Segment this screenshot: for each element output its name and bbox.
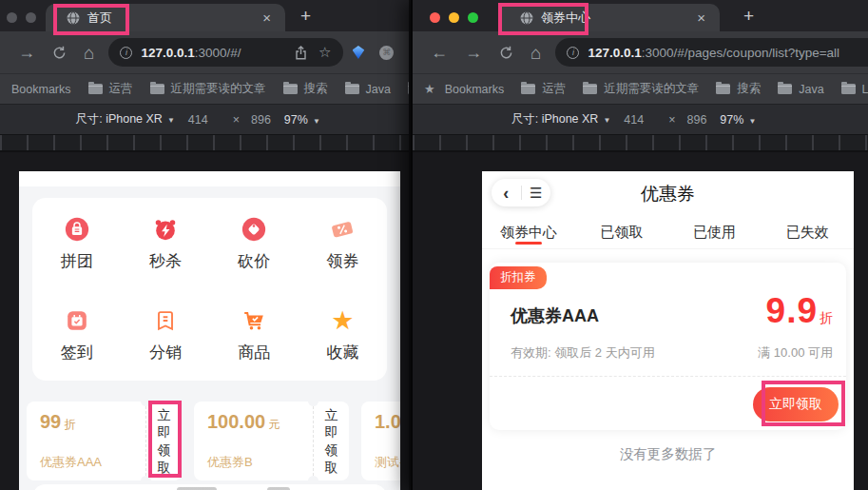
device-height-input[interactable]: 896 [251,113,271,127]
forward-icon[interactable]: → [18,44,35,61]
site-info-icon[interactable]: i [567,47,579,59]
tab-close-icon[interactable]: × [692,9,710,27]
menu-item-bargain[interactable]: 砍价 [210,215,299,272]
forward-icon[interactable]: → [465,44,482,61]
coupon-icon [328,215,357,244]
url-bar[interactable]: i 127.0.0.1:3000/#/pages/coupon/list?typ… [555,38,868,67]
bookmark-folder[interactable] [408,84,409,94]
caret-down-icon: ▼ [313,117,320,126]
caret-down-icon: ▼ [603,116,610,125]
bookmark-folder[interactable]: 近期需要读的文章 [583,81,699,97]
bookmark-folder[interactable]: 运营 [521,81,566,97]
coupon-card-aaa: 99折 优惠券AAA 立即领取 [27,402,182,480]
coupon-card: 折扣券 优惠券AAA 9.9折 有效期: 领取后 2 天内可用 满 10.00 … [490,263,846,430]
device-height-input[interactable]: 896 [687,113,707,127]
coupon-info: 99折 优惠券AAA [27,402,145,480]
menu-item-checkin[interactable]: 签到 [32,306,121,363]
tab-close-icon[interactable]: × [258,9,276,27]
bookmark-folder[interactable]: 搜索 [716,81,761,97]
tab-expired[interactable]: 已失效 [761,217,854,248]
minimize-window-button[interactable] [449,12,459,23]
coupon-value: 99 [40,411,61,433]
extension-icon[interactable]: ⌘ [379,46,394,60]
bookmark-star-icon[interactable]: ☆ [318,44,331,61]
reload-icon[interactable] [52,46,67,60]
bookmark-folder[interactable]: 搜索 [283,81,328,97]
folder-icon [408,84,409,94]
url-bar[interactable]: i 127.0.0.1:3000/#/ ☆ [108,38,342,67]
bookmark-folder[interactable]: Li [841,83,868,96]
menu-item-distribution[interactable]: 分销 [121,306,209,363]
tab-strip: 首页 × + [0,0,409,31]
bookmark-folder[interactable]: Java [778,83,823,96]
menu-row: 拼团 秒杀 砍价 [32,198,387,289]
claim-coupon-button[interactable]: 立即领取 [145,402,182,480]
device-size-select[interactable]: 尺寸: iPhone XR▼ [75,111,175,127]
page-backdrop: ‹ ☰ 优惠券 领券中心 已领取 已使用 已失效 折扣券 优惠券AAA 9.9折… [413,152,868,490]
bookmarks-label: Bookmarks [445,83,505,96]
share-icon[interactable] [295,46,307,60]
tab-home[interactable]: 首页 × [46,4,285,31]
bookmark-folder[interactable]: 近期需要读的文章 [150,81,266,97]
traffic-light-inactive[interactable] [26,12,36,23]
tab-used[interactable]: 已使用 [668,217,762,248]
new-tab-button[interactable]: + [300,4,311,29]
menu-item-groupbuy[interactable]: 拼团 [32,215,121,272]
tab-claimed[interactable]: 已领取 [575,217,668,248]
bookmark-folder[interactable]: 运营 [88,81,133,97]
bookmarks-bar: Bookmarks 运营 近期需要读的文章 搜索 Java [0,73,409,104]
claim-now-button[interactable]: 立即领取 [753,387,839,421]
home-menu-card: 拼团 秒杀 砍价 [32,198,387,381]
new-tab-button[interactable]: + [743,4,754,29]
caret-down-icon: ▼ [748,117,756,126]
tab-title: 首页 [87,10,112,27]
menu-item-favorites[interactable]: ★ 收藏 [299,306,387,363]
globe-favicon [520,11,533,25]
tab-coupon-center-list[interactable]: 领券中心 [482,217,575,248]
coupon-name: 优惠券AAA [511,304,599,327]
cart-icon [240,306,268,335]
mobile-viewport-home: 拼团 秒杀 砍价 [19,171,400,490]
groupbuy-icon [63,215,91,244]
bookmarks-bar: ★ Bookmarks 运营 近期需要读的文章 搜索 Java Li [413,73,868,104]
zoom-select[interactable]: 97%▼ [720,113,756,127]
page-title: 优惠券 [482,182,854,206]
bookmark-folder[interactable]: Java [345,83,391,96]
folder-icon [283,84,298,94]
folder-icon [841,84,856,94]
home-icon[interactable]: ⌂ [84,44,94,62]
device-toolbar: 尺寸: iPhone XR▼ 414 × 896 97%▼ [0,104,409,134]
browser-window-coupon-center: 领券中心 × + ← → ⌂ i 127.0.0.1:3000/#/pages/… [411,0,868,490]
traffic-light-inactive[interactable] [7,12,17,23]
distribution-icon [151,306,180,335]
extension-gem-icon[interactable] [353,46,365,59]
home-icon[interactable]: ⌂ [530,44,541,62]
globe-favicon [67,11,80,25]
coupon-name: 优惠券AAA [40,454,145,471]
favorite-star-icon: ★ [328,306,357,335]
coupon-unit: 元 [268,417,280,433]
device-width-input[interactable]: 414 [188,113,208,127]
close-window-button[interactable] [430,12,440,23]
coupon-value: 9.9折 [766,291,833,331]
device-toolbar: 尺寸: iPhone XR▼ 414 × 896 97%▼ [413,104,868,134]
folder-icon [150,84,164,94]
zoom-select[interactable]: 97%▼ [284,113,320,127]
claim-coupon-button[interactable]: 立即领取 [313,402,349,480]
menu-item-coupon[interactable]: 领券 [299,215,387,272]
menu-item-goods[interactable]: 商品 [210,306,299,363]
menu-item-flashsale[interactable]: 秒杀 [121,215,209,272]
reload-icon[interactable] [499,46,513,60]
url-path: :3000/#/pages/coupon/list?type=all [642,46,839,60]
coupon-tabs: 领券中心 已领取 已使用 已失效 [482,217,854,249]
flashsale-icon [151,215,180,244]
back-icon[interactable]: ← [431,44,448,61]
device-ruler [0,134,409,151]
device-size-select[interactable]: 尺寸: iPhone XR▼ [511,111,611,127]
dashed-divider [490,376,846,377]
device-width-input[interactable]: 414 [624,113,644,127]
fullscreen-window-button[interactable] [468,12,478,23]
bargain-icon [240,215,268,244]
site-info-icon[interactable]: i [120,47,132,59]
tab-coupon-center[interactable]: 领券中心 × [499,4,720,31]
